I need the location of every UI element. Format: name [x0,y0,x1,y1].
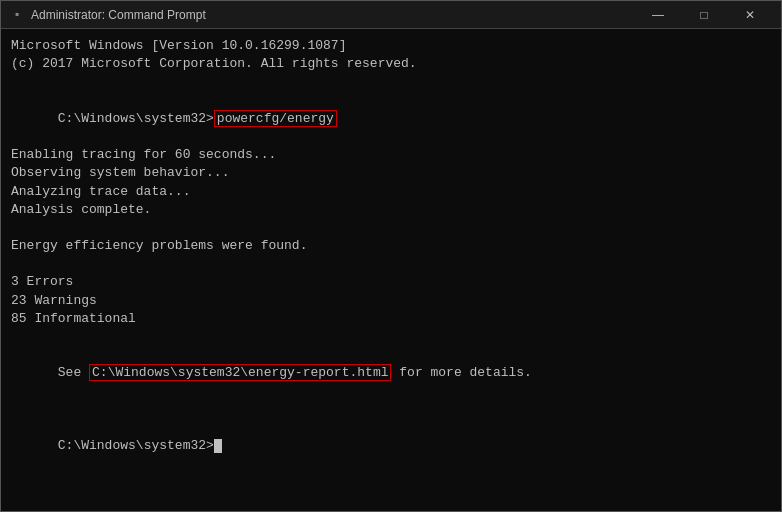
line-5: Enabling tracing for 60 seconds... [11,146,771,164]
line-1: Microsoft Windows [Version 10.0.16299.10… [11,37,771,55]
line-13: 23 Warnings [11,292,771,310]
line-9 [11,219,771,237]
window-icon: ▪ [9,7,25,23]
line-18: C:\Windows\system32> [11,419,771,474]
line-4: C:\Windows\system32>powercfg/energy [11,92,771,147]
command-highlight: powercfg/energy [214,110,337,127]
close-button[interactable]: ✕ [727,1,773,29]
cursor [214,439,222,453]
line-15 [11,328,771,346]
line-7: Analyzing trace data... [11,183,771,201]
report-path-highlight: C:\Windows\system32\energy-report.html [89,364,391,381]
line-11 [11,255,771,273]
line-2: (c) 2017 Microsoft Corporation. All righ… [11,55,771,73]
line-16: See C:\Windows\system32\energy-report.ht… [11,346,771,401]
line-10: Energy efficiency problems were found. [11,237,771,255]
title-bar: ▪ Administrator: Command Prompt — □ ✕ [1,1,781,29]
window-title: Administrator: Command Prompt [31,8,635,22]
line-12: 3 Errors [11,273,771,291]
cmd-window: ▪ Administrator: Command Prompt — □ ✕ Mi… [0,0,782,512]
prompt-2: C:\Windows\system32> [58,438,214,453]
line-3 [11,73,771,91]
minimize-button[interactable]: — [635,1,681,29]
line-17 [11,401,771,419]
see-after: for more details. [391,365,531,380]
terminal-content: Microsoft Windows [Version 10.0.16299.10… [1,29,781,511]
window-controls: — □ ✕ [635,1,773,29]
line-6: Observing system behavior... [11,164,771,182]
line-8: Analysis complete. [11,201,771,219]
maximize-button[interactable]: □ [681,1,727,29]
line-14: 85 Informational [11,310,771,328]
prompt-1: C:\Windows\system32> [58,111,214,126]
see-before: See [58,365,89,380]
